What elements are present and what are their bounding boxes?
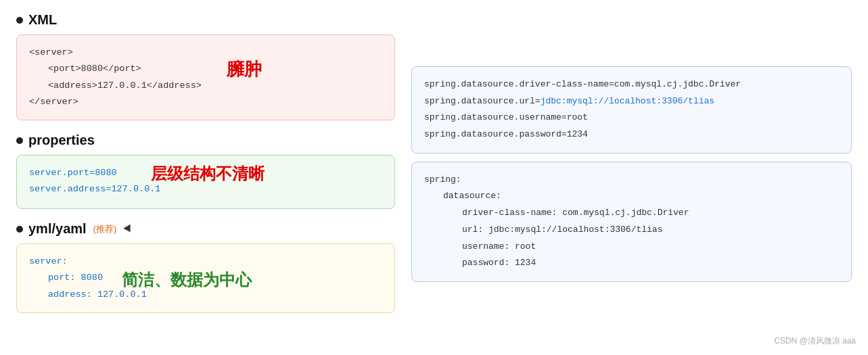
- xml-line-2: <port>8080</port>: [29, 61, 382, 77]
- properties-section: properties server.port=8080 server.addre…: [16, 133, 395, 209]
- xml-annotation: 臃肿: [227, 54, 262, 86]
- xml-line-3: <address>127.0.0.1</address>: [29, 78, 382, 94]
- cursor-icon: [124, 224, 134, 234]
- yml-annotation: 简洁、数据为中心: [122, 266, 252, 295]
- xml-line-4: </server>: [29, 94, 382, 110]
- yaml-ex-line-6: password: 1234: [424, 255, 839, 272]
- props-ex-line-4: spring.datasource.password=1234: [424, 126, 839, 143]
- yaml-example-panel: spring: datasource: driver-class-name: c…: [411, 162, 852, 282]
- props-ex-line-1: spring.datasource.driver-class-name=com.…: [424, 76, 839, 93]
- yml-bullet: [16, 226, 23, 233]
- properties-code-box: server.port=8080 server.address=127.0.0.…: [16, 155, 395, 209]
- yml-code-box: server: port: 8080 address: 127.0.0.1 简洁…: [16, 243, 395, 313]
- props-ex-line-2: spring.datasource.url=jdbc:mysql://local…: [424, 93, 839, 110]
- main-layout: XML <server> <port>8080</port> <address>…: [16, 12, 852, 325]
- yaml-ex-line-3: driver-class-name: com.mysql.cj.jdbc.Dri…: [424, 205, 839, 222]
- xml-line-1: <server>: [29, 45, 382, 61]
- xml-title-text: XML: [28, 12, 57, 28]
- properties-bullet: [16, 137, 23, 144]
- props-ex-line-3: spring.datasource.username=root: [424, 110, 839, 126]
- yaml-ex-line-1: spring:: [424, 172, 839, 189]
- yaml-ex-line-2: datasource:: [424, 188, 839, 205]
- yml-title-text: yml/yaml: [28, 221, 87, 237]
- yml-title: yml/yaml (推荐): [16, 221, 395, 237]
- watermark: CSDN @清风微凉 aaa: [774, 335, 856, 337]
- xml-bullet: [16, 17, 23, 24]
- properties-title: properties: [16, 133, 395, 148]
- properties-annotation: 层级结构不清晰: [151, 160, 265, 189]
- right-column: spring.datasource.driver-class-name=com.…: [411, 66, 852, 282]
- xml-title: XML: [16, 12, 395, 28]
- yml-badge: (推荐): [93, 223, 117, 235]
- left-column: XML <server> <port>8080</port> <address>…: [16, 12, 395, 325]
- yaml-ex-line-4: url: jdbc:mysql://localhost:3306/tlias: [424, 222, 839, 239]
- xml-code-box: <server> <port>8080</port> <address>127.…: [16, 34, 395, 120]
- properties-example-panel: spring.datasource.driver-class-name=com.…: [411, 66, 852, 153]
- properties-title-text: properties: [28, 133, 95, 148]
- xml-section: XML <server> <port>8080</port> <address>…: [16, 12, 395, 120]
- yaml-ex-line-5: username: root: [424, 239, 839, 256]
- yml-section: yml/yaml (推荐) server: port: 8080 address…: [16, 221, 395, 313]
